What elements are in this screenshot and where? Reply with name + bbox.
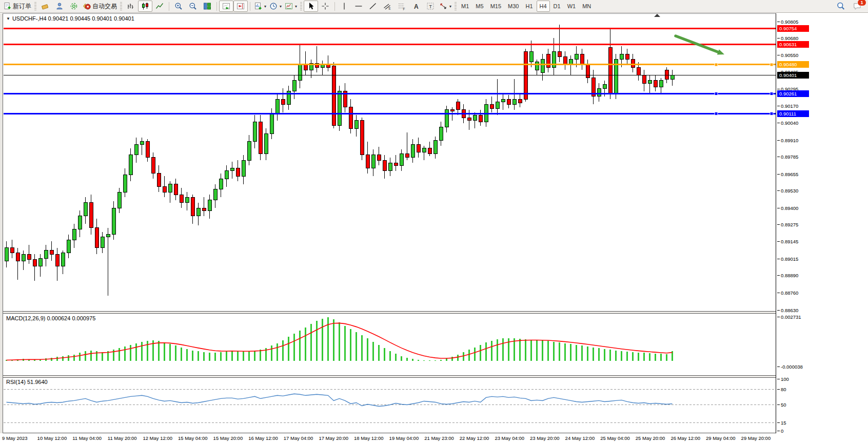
time-label: 25 May 20:00	[636, 435, 665, 441]
rsi-level-label: 100	[781, 376, 789, 382]
time-label: 26 May 12:00	[670, 435, 700, 441]
crosshair-icon	[321, 2, 329, 10]
toolbar-separator	[216, 2, 217, 11]
label-button[interactable]: T	[423, 1, 438, 12]
level-price-tag: 0.90480	[777, 61, 809, 68]
timeframe-M15[interactable]: M15	[487, 1, 504, 12]
chevron-down-icon: ▾	[280, 4, 282, 9]
label-icon: T	[426, 2, 435, 10]
new-order-button[interactable]: 新订单	[2, 1, 33, 12]
timeframe-H4[interactable]: H4	[537, 1, 550, 12]
horizontal-line-icon	[354, 2, 363, 10]
crosshair-button[interactable]	[318, 1, 332, 12]
price-tick: 0.90170	[781, 103, 798, 109]
window-left-border	[0, 13, 3, 433]
macd-indicator-pane[interactable]	[4, 314, 776, 375]
search-icon	[837, 2, 845, 10]
time-label: 21 May 23:00	[424, 435, 454, 441]
line-chart-button[interactable]	[152, 1, 167, 12]
fibonacci-button[interactable]: F	[394, 1, 409, 12]
line-chart-icon	[155, 2, 164, 10]
autotrade-button[interactable]: 自动交易	[81, 1, 119, 12]
time-label: 15 May 04:00	[178, 435, 208, 441]
trendline-icon	[369, 2, 377, 10]
cursor-button[interactable]	[304, 1, 318, 12]
timeframe-M5[interactable]: M5	[472, 1, 486, 12]
channel-button[interactable]: E	[380, 1, 394, 12]
timeframe-MN[interactable]: MN	[579, 1, 594, 12]
price-tick: 0.89655	[781, 171, 798, 177]
zoom-out-button[interactable]	[186, 1, 200, 12]
zoom-in-button[interactable]	[171, 1, 186, 12]
rsi-label: RSI(14) 51.9640	[6, 379, 48, 385]
new-order-label: 新订单	[13, 2, 31, 11]
chat-button[interactable]: 1	[850, 1, 864, 12]
autotrade-icon	[83, 2, 91, 10]
chart-shift-button[interactable]	[233, 1, 248, 12]
svg-text:T: T	[429, 4, 432, 9]
arrows-button[interactable]: ▾	[438, 1, 453, 12]
search-button[interactable]	[834, 1, 848, 12]
timeframe-M30[interactable]: M30	[505, 1, 522, 12]
rsi-indicator-pane[interactable]	[4, 378, 776, 432]
price-tick: 0.90550	[781, 52, 798, 58]
time-label: 23 May 04:00	[495, 435, 524, 441]
text-button[interactable]: A	[409, 1, 423, 12]
chevron-down-icon: ▼	[6, 16, 10, 21]
auto-scroll-button[interactable]	[219, 1, 233, 12]
chart-title[interactable]: ▼ USDCHF-,H4 0.90421 0.90445 0.90401 0.9…	[6, 15, 134, 22]
vertical-line-button[interactable]	[337, 1, 351, 12]
chart-window: ▼ USDCHF-,H4 0.90421 0.90445 0.90401 0.9…	[0, 13, 868, 443]
chevron-down-icon: ▾	[449, 4, 451, 9]
signal-icon	[70, 2, 78, 10]
bar-chart-button[interactable]	[124, 1, 138, 12]
time-label: 17 May 20:00	[319, 435, 348, 441]
timeframe-H1[interactable]: H1	[522, 1, 536, 12]
price-tick: 0.89275	[781, 222, 798, 227]
rsi-level-label: 80	[781, 387, 786, 392]
time-label: 11 May 04:00	[72, 435, 102, 441]
time-label: 17 May 04:00	[284, 435, 313, 441]
toolbar-grip	[120, 2, 122, 10]
new-chart-button[interactable]: ▾	[252, 1, 268, 12]
current-price-tag: 0.90401	[777, 72, 809, 79]
styles-button[interactable]	[38, 1, 52, 12]
rsi-level-label: 0	[781, 428, 783, 434]
rsi-level-label: 50	[781, 402, 786, 408]
time-label: 29 May 04:00	[706, 435, 736, 441]
time-label: 19 May 04:00	[389, 435, 419, 441]
profile-button[interactable]	[52, 1, 67, 12]
zoom-out-icon	[189, 2, 197, 10]
main-price-chart[interactable]	[4, 13, 776, 312]
price-tick: 0.89910	[781, 138, 798, 143]
periods-button[interactable]: ▾	[268, 1, 283, 12]
timeframe-D1[interactable]: D1	[550, 1, 564, 12]
template-icon	[285, 2, 293, 10]
candlestick-icon	[141, 2, 149, 10]
new-chart-icon	[254, 2, 262, 10]
time-label: 15 May 20:00	[213, 435, 243, 441]
price-tick: 0.90680	[781, 35, 798, 41]
trendline-button[interactable]	[366, 1, 380, 12]
timeframe-W1[interactable]: W1	[564, 1, 579, 12]
gold-tag-icon	[41, 2, 49, 10]
fibonacci-icon: F	[398, 2, 406, 10]
time-label: 24 May 12:00	[565, 435, 595, 441]
time-label: 10 May 12:00	[37, 435, 67, 441]
chart-shift-icon	[236, 2, 245, 10]
timeframe-M1[interactable]: M1	[458, 1, 472, 12]
candlestick-chart-button[interactable]	[138, 1, 152, 12]
templates-button[interactable]: ▾	[283, 1, 299, 12]
new-order-icon	[3, 2, 11, 10]
time-label: 18 May 12:00	[354, 435, 384, 441]
auto-scroll-icon	[222, 2, 230, 10]
macd-max-label: 0.002731	[781, 314, 801, 320]
svg-text:A: A	[414, 3, 419, 10]
price-axis[interactable]: 0.908050.906800.905500.904250.902950.901…	[776, 13, 868, 433]
svg-text:E: E	[389, 7, 391, 10]
horizontal-line-button[interactable]	[351, 1, 366, 12]
tile-windows-button[interactable]	[200, 1, 214, 12]
chevron-down-icon: ▾	[295, 4, 297, 9]
signals-button[interactable]	[67, 1, 81, 12]
time-axis[interactable]: 9 May 202310 May 12:0011 May 04:0011 May…	[0, 433, 868, 443]
